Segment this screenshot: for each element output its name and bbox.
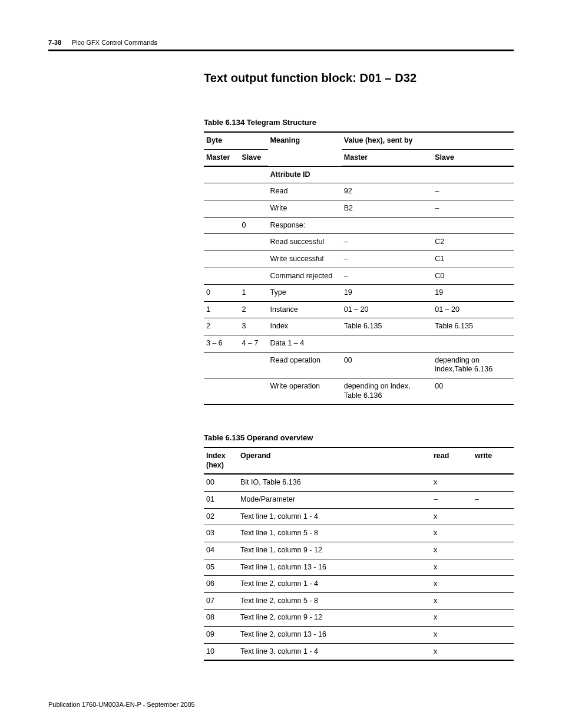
cell: – bbox=[472, 492, 514, 509]
cell: x bbox=[431, 576, 472, 593]
cell: Table 6.135 bbox=[432, 318, 514, 335]
running-header: 7-38 Pico GFX Control Commands bbox=[48, 39, 514, 46]
section-title: Text output function block: D01 – D32 bbox=[204, 71, 514, 85]
cell: Text line 3, column 1 - 4 bbox=[238, 643, 431, 660]
cell: – bbox=[432, 200, 514, 218]
page-number: 7-38 bbox=[48, 39, 61, 46]
cell bbox=[472, 542, 514, 559]
cell bbox=[472, 576, 514, 593]
cell: 2 bbox=[240, 301, 268, 318]
cell: Index bbox=[268, 318, 342, 335]
table-row: 00Bit IO, Table 6.136x bbox=[204, 474, 514, 491]
cell: depending on index, Table 6.136 bbox=[342, 378, 432, 404]
cell: x bbox=[431, 610, 472, 627]
cell: 06 bbox=[204, 576, 238, 593]
cell bbox=[204, 183, 240, 200]
cell: C1 bbox=[432, 251, 514, 268]
cell bbox=[240, 234, 268, 251]
cell: – bbox=[342, 251, 432, 268]
table-row: Attribute ID bbox=[204, 166, 514, 183]
cell: x bbox=[431, 559, 472, 576]
table-row: Write operationdepending on index, Table… bbox=[204, 378, 514, 404]
table-row: 10Text line 3, column 1 - 4x bbox=[204, 643, 514, 660]
table-row: 03Text line 1, column 5 - 8x bbox=[204, 525, 514, 542]
cell: 1 bbox=[204, 301, 240, 318]
cell: Text line 1, column 5 - 8 bbox=[238, 525, 431, 542]
cell: 01 bbox=[204, 492, 238, 509]
cell: x bbox=[431, 627, 472, 644]
cell: 05 bbox=[204, 559, 238, 576]
table-134-caption: Table 6.134 Telegram Structure bbox=[204, 118, 514, 127]
cell bbox=[432, 217, 514, 234]
th-byte-master: Master bbox=[204, 149, 240, 166]
cell: Bit IO, Table 6.136 bbox=[238, 474, 431, 491]
cell: 3 – 6 bbox=[204, 335, 240, 353]
cell bbox=[342, 335, 432, 353]
cell: Text line 2, column 9 - 12 bbox=[238, 610, 431, 627]
cell bbox=[204, 352, 240, 378]
table-row: 0Response: bbox=[204, 217, 514, 234]
th-index: Index (hex) bbox=[204, 447, 238, 474]
cell bbox=[204, 268, 240, 285]
cell: Read operation bbox=[268, 352, 342, 378]
table-135: Index (hex) Operand read write 00Bit IO,… bbox=[204, 447, 514, 661]
th-byte-slave: Slave bbox=[240, 149, 268, 166]
cell: Table 6.135 bbox=[342, 318, 432, 335]
cell bbox=[342, 217, 432, 234]
table-row: Read92– bbox=[204, 183, 514, 200]
cell: Read bbox=[268, 183, 342, 200]
cell bbox=[204, 217, 240, 234]
table-row: 05Text line 1, column 13 - 16x bbox=[204, 559, 514, 576]
cell: Text line 2, column 5 - 8 bbox=[238, 592, 431, 610]
cell bbox=[240, 378, 268, 404]
cell: 00 bbox=[204, 474, 238, 491]
cell bbox=[204, 234, 240, 251]
cell bbox=[432, 335, 514, 353]
th-byte: Byte bbox=[204, 132, 268, 149]
cell: B2 bbox=[342, 200, 432, 218]
cell: 00 bbox=[432, 378, 514, 404]
cell: C2 bbox=[432, 234, 514, 251]
cell: Text line 1, column 1 - 4 bbox=[238, 508, 431, 525]
table-row: Write successful–C1 bbox=[204, 251, 514, 268]
cell: 08 bbox=[204, 610, 238, 627]
cell bbox=[472, 474, 514, 491]
cell bbox=[472, 559, 514, 576]
publication-footer: Publication 1760-UM003A-EN-P - September… bbox=[48, 701, 195, 708]
cell: Mode/Parameter bbox=[238, 492, 431, 509]
table-row: 06Text line 2, column 1 - 4x bbox=[204, 576, 514, 593]
cell bbox=[240, 352, 268, 378]
chapter-title: Pico GFX Control Commands bbox=[72, 39, 157, 46]
table-134: Byte Meaning Value (hex), sent by Master… bbox=[204, 131, 514, 405]
cell: 2 bbox=[204, 318, 240, 335]
table-row: 02Text line 1, column 1 - 4x bbox=[204, 508, 514, 525]
table-row: 12Instance01 – 2001 – 20 bbox=[204, 301, 514, 318]
cell: 00 bbox=[342, 352, 432, 378]
cell bbox=[472, 643, 514, 660]
table-row: 04Text line 1, column 9 - 12x bbox=[204, 542, 514, 559]
table-row: Read successful–C2 bbox=[204, 234, 514, 251]
cell: Text line 1, column 9 - 12 bbox=[238, 542, 431, 559]
th-operand: Operand bbox=[238, 447, 431, 474]
cell: x bbox=[431, 643, 472, 660]
cell: x bbox=[431, 542, 472, 559]
cell: Attribute ID bbox=[268, 166, 342, 183]
cell: Data 1 – 4 bbox=[268, 335, 342, 353]
cell: 04 bbox=[204, 542, 238, 559]
cell bbox=[204, 378, 240, 404]
main-content: Text output function block: D01 – D32 Ta… bbox=[204, 71, 514, 661]
cell bbox=[240, 166, 268, 183]
cell: – bbox=[432, 183, 514, 200]
cell bbox=[204, 166, 240, 183]
table-row: 08Text line 2, column 9 - 12x bbox=[204, 610, 514, 627]
cell: Response: bbox=[268, 217, 342, 234]
cell: depending on index,Table 6.136 bbox=[432, 352, 514, 378]
table-row: 3 – 64 – 7Data 1 – 4 bbox=[204, 335, 514, 353]
cell: Read successful bbox=[268, 234, 342, 251]
table-row: Command rejected–C0 bbox=[204, 268, 514, 285]
cell bbox=[472, 508, 514, 525]
cell bbox=[240, 251, 268, 268]
th-value-slave: Slave bbox=[432, 149, 514, 166]
table-row: 23IndexTable 6.135Table 6.135 bbox=[204, 318, 514, 335]
cell: x bbox=[431, 508, 472, 525]
